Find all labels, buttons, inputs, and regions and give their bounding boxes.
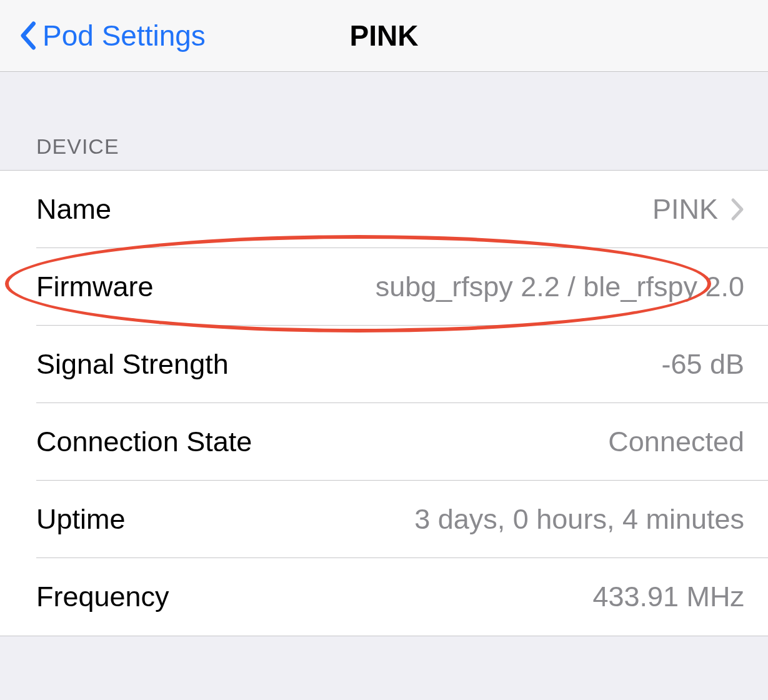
row-label: Uptime <box>36 503 126 536</box>
signal-strength-row: Signal Strength -65 dB <box>0 326 768 403</box>
row-label: Name <box>36 193 111 226</box>
device-list: Name PINK Firmware subg_rfspy 2.2 / ble_… <box>0 170 768 636</box>
row-value: Connected <box>608 426 744 458</box>
name-row[interactable]: Name PINK <box>0 171 768 248</box>
page-title: PINK <box>350 19 419 52</box>
row-value: -65 dB <box>661 348 744 381</box>
row-label: Signal Strength <box>36 348 229 381</box>
back-button[interactable]: Pod Settings <box>0 19 206 52</box>
name-value: PINK <box>652 193 718 226</box>
row-value: subg_rfspy 2.2 / ble_rfspy 2.0 <box>376 271 744 303</box>
row-label: Firmware <box>36 271 154 303</box>
row-label: Connection State <box>36 426 252 458</box>
frequency-row: Frequency 433.91 MHz <box>0 558 768 636</box>
uptime-row: Uptime 3 days, 0 hours, 4 minutes <box>0 481 768 558</box>
row-value: 433.91 MHz <box>592 581 744 613</box>
chevron-left-icon <box>17 21 37 51</box>
row-value: 3 days, 0 hours, 4 minutes <box>414 503 744 536</box>
back-label: Pod Settings <box>42 19 206 52</box>
navigation-bar: Pod Settings PINK <box>0 0 768 72</box>
section-header-device: Device <box>0 72 768 170</box>
firmware-row: Firmware subg_rfspy 2.2 / ble_rfspy 2.0 <box>0 248 768 326</box>
chevron-right-icon <box>731 198 744 221</box>
connection-state-row: Connection State Connected <box>0 403 768 481</box>
row-value: PINK <box>652 193 744 226</box>
row-label: Frequency <box>36 581 169 613</box>
